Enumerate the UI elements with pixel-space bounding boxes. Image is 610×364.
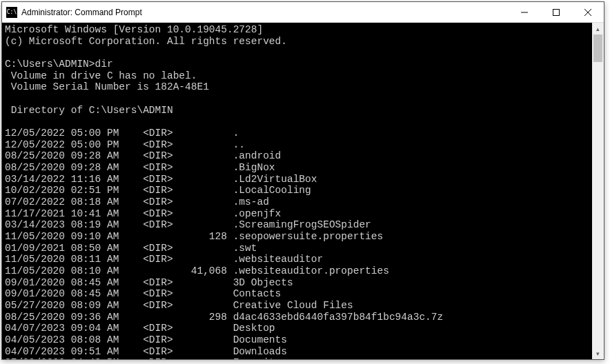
minimize-icon [521, 9, 528, 16]
svg-rect-0 [553, 9, 560, 15]
vertical-scrollbar[interactable]: ▴ ▾ [592, 23, 604, 359]
window-controls [509, 2, 604, 23]
minimize-button[interactable] [509, 2, 540, 23]
maximize-button[interactable] [540, 2, 572, 23]
command-prompt-window: C:\ Administrator: Command Prompt Micros… [1, 1, 604, 360]
scroll-down-arrow[interactable]: ▾ [592, 347, 604, 359]
scroll-up-arrow[interactable]: ▴ [592, 23, 604, 34]
window-title: Administrator: Command Prompt [21, 8, 509, 17]
cmd-icon: C:\ [6, 7, 17, 18]
close-icon [584, 9, 591, 16]
titlebar[interactable]: C:\ Administrator: Command Prompt [2, 2, 604, 23]
scrollbar-thumb[interactable] [593, 34, 602, 62]
maximize-icon [553, 9, 560, 16]
content-area: Microsoft Windows [Version 10.0.19045.27… [2, 23, 604, 359]
terminal-output[interactable]: Microsoft Windows [Version 10.0.19045.27… [2, 23, 592, 359]
close-button[interactable] [572, 2, 604, 23]
